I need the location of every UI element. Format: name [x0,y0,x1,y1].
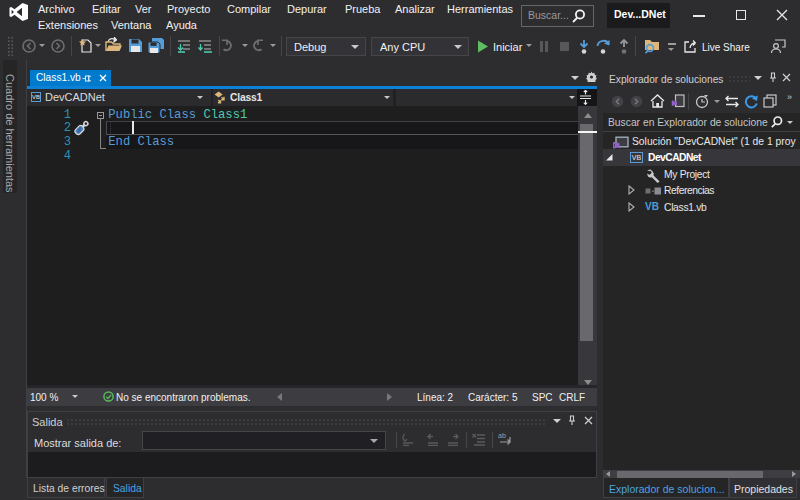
svg-text:ab: ab [498,432,506,439]
